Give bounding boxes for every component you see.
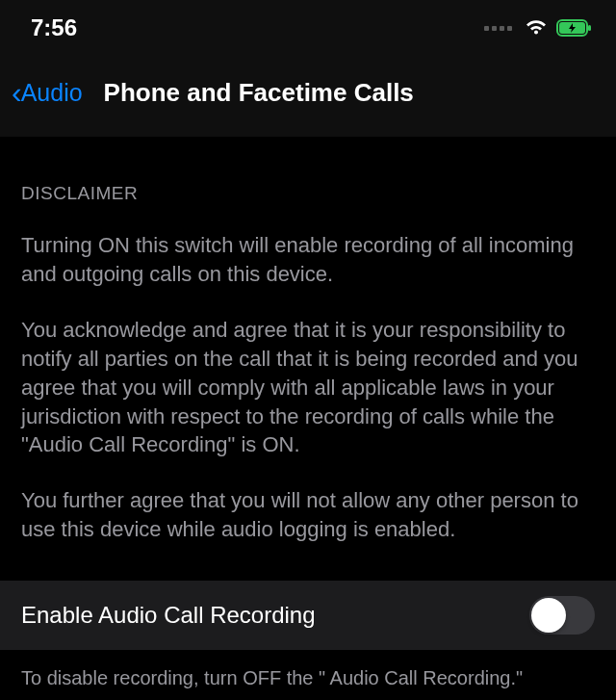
disclaimer-para-3: You further agree that you will not allo…	[21, 486, 595, 544]
disclaimer-text: Turning ON this switch will enable recor…	[21, 231, 595, 544]
back-button[interactable]: ‹ Audio	[12, 77, 83, 108]
nav-bar: ‹ Audio Phone and Facetime Calls	[0, 52, 616, 137]
footer-text: To disable recording, turn OFF the " Aud…	[0, 650, 616, 700]
svg-rect-2	[588, 25, 591, 31]
disclaimer-para-2: You acknowledge and agree that it is you…	[21, 316, 595, 460]
signal-dots-icon	[484, 26, 512, 31]
enable-recording-toggle[interactable]	[529, 596, 595, 635]
page-title: Phone and Facetime Calls	[104, 78, 414, 108]
status-icons	[484, 18, 593, 38]
disclaimer-para-1: Turning ON this switch will enable recor…	[21, 231, 595, 289]
disclaimer-heading: DISCLAIMER	[21, 183, 595, 204]
status-bar: 7:56	[0, 0, 616, 52]
content-area: DISCLAIMER Turning ON this switch will e…	[0, 137, 616, 700]
back-label: Audio	[21, 79, 83, 107]
wifi-icon	[524, 18, 549, 38]
status-time: 7:56	[31, 14, 77, 41]
enable-recording-row: Enable Audio Call Recording	[0, 581, 616, 650]
toggle-label: Enable Audio Call Recording	[21, 602, 316, 629]
toggle-knob	[531, 598, 566, 633]
disclaimer-section: DISCLAIMER Turning ON this switch will e…	[0, 137, 616, 573]
battery-charging-icon	[556, 18, 593, 38]
